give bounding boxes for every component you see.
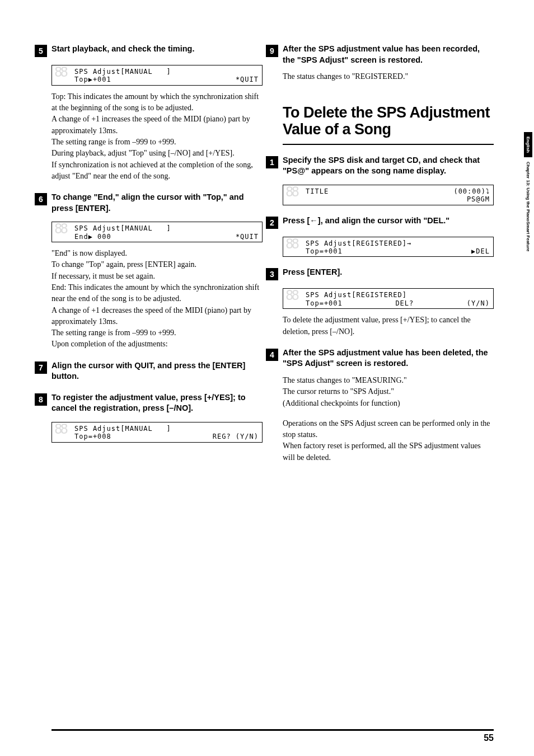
lcd-text: End▶ 000 <box>74 233 111 241</box>
step-number: 2 <box>266 217 278 229</box>
step-5: 5 Start playback, and check the timing. <box>35 44 263 57</box>
body-text: The status changes to "MEASURING." The c… <box>283 375 494 409</box>
body-text: To delete the adjustment value, press [+… <box>283 314 494 337</box>
step-heading: Specify the SPS disk and target CD, and … <box>283 155 494 177</box>
lcd-text: SPS Adjust[MANUAL ] <box>74 224 171 232</box>
step-heading: To register the adjustment value, press … <box>51 392 263 414</box>
step-heading: After the SPS adjustment value has been … <box>283 44 494 65</box>
lcd-ghost-digits: 88 <box>285 186 297 198</box>
step-heading: Press [←], and align the cursor with "DE… <box>283 215 494 227</box>
lcd-text: Top▶+001 <box>74 76 111 83</box>
step-number: 5 <box>35 45 47 57</box>
lcd-text: Top=+008 <box>74 433 111 440</box>
lcd-ghost-digits: 88 <box>54 67 66 78</box>
left-column: 5 Start playback, and check the timing. … <box>51 34 263 739</box>
side-tab: English Chapter 13: Using the PianoSmart… <box>522 129 534 322</box>
right-column: 9 After the SPS adjustment value has bee… <box>283 34 494 739</box>
step-heading: After the SPS adjustment value has been … <box>283 348 494 369</box>
lcd-text: PS@GM <box>467 195 490 203</box>
step-9: 9 After the SPS adjustment value has bee… <box>266 44 494 65</box>
delete-step-3: 3 Press [ENTER]. <box>266 267 494 280</box>
lcd-display: 88 SPS Adjust[REGISTERED] Top=+001DEL?(Y… <box>283 288 494 309</box>
body-text: "End" is now displayed. To change "Top" … <box>51 248 263 350</box>
step-number: 4 <box>266 349 278 361</box>
lcd-display: 88 SPS Adjust[MANUAL ] Top▶+001*QUIT <box>51 65 263 86</box>
lcd-text: Top=+001 <box>306 299 343 307</box>
step-8: 8 To register the adjustment value, pres… <box>35 392 263 414</box>
step-heading: To change "End," align the cursor with "… <box>51 192 263 214</box>
lcd-text: *QUIT <box>236 76 259 83</box>
delete-step-1: 1 Specify the SPS disk and target CD, an… <box>266 155 494 177</box>
lcd-text: SPS Adjust[REGISTERED] <box>306 291 407 299</box>
page-number: 55 <box>484 733 494 743</box>
lcd-ghost-digits: 88 <box>285 238 297 250</box>
lcd-text: *QUIT <box>236 233 259 241</box>
side-tab-lang: English <box>524 132 532 157</box>
lcd-display: 88 TITLE(00:00)⤵ PS@GM <box>283 185 494 205</box>
lcd-text: DEL? <box>395 299 414 307</box>
step-6: 6 To change "End," align the cursor with… <box>35 192 263 214</box>
lcd-text: (Y/N) <box>467 299 490 307</box>
lcd-text: REG? (Y/N) <box>213 433 259 440</box>
step-heading: Align the cursor with QUIT, and press th… <box>51 360 263 382</box>
lcd-display: 88 SPS Adjust[MANUAL ] Top=+008REG? (Y/N… <box>51 422 263 443</box>
body-text: The status changes to "REGISTERED." <box>283 71 494 82</box>
lcd-display: 88 SPS Adjust[REGISTERED]→ Top=+001▶DEL <box>283 237 494 257</box>
delete-step-4: 4 After the SPS adjustment value has bee… <box>266 348 494 369</box>
lcd-ghost-digits: 88 <box>54 424 66 435</box>
body-text: Operations on the SPS Adjust screen can … <box>283 418 494 463</box>
lcd-text: SPS Adjust[MANUAL ] <box>74 68 171 76</box>
step-heading: Press [ENTER]. <box>283 267 494 278</box>
lcd-ghost-digits: 88 <box>54 223 66 234</box>
lcd-text: Top=+001 <box>306 247 343 255</box>
lcd-ghost-digits: 88 <box>285 290 297 301</box>
step-heading: Start playback, and check the timing. <box>51 44 263 55</box>
step-number: 6 <box>35 193 47 205</box>
step-number: 9 <box>266 45 278 57</box>
lcd-text: SPS Adjust[MANUAL ] <box>74 425 171 433</box>
lcd-text: (00:00)⤵ <box>453 187 490 195</box>
lcd-text: ▶DEL <box>471 247 490 255</box>
delete-step-2: 2 Press [←], and align the cursor with "… <box>266 215 494 229</box>
lcd-display: 88 SPS Adjust[MANUAL ] End▶ 000*QUIT <box>51 222 263 242</box>
step-number: 3 <box>266 268 278 280</box>
step-number: 1 <box>266 156 278 168</box>
step-7: 7 Align the cursor with QUIT, and press … <box>35 360 263 382</box>
side-tab-chapter: Chapter 13: Using the PianoSmart Feature <box>524 157 532 256</box>
section-title: To Delete the SPS Adjustment Value of a … <box>283 105 494 144</box>
lcd-text: TITLE <box>306 187 329 195</box>
body-text: Top: This indicates the amount by which … <box>51 91 263 182</box>
lcd-text: SPS Adjust[REGISTERED]→ <box>306 240 411 247</box>
page-footer: 55 <box>51 729 494 743</box>
step-number: 8 <box>35 393 47 406</box>
step-number: 7 <box>35 361 47 374</box>
